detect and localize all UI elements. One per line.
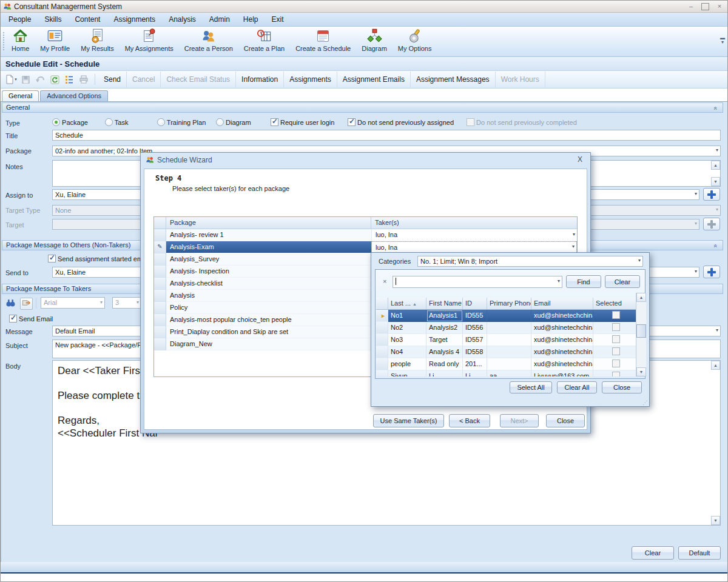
my-profile-button[interactable]: My Profile [38,27,72,53]
home-button[interactable]: Home [9,27,32,53]
grid-cell-id[interactable]: ID556 [463,322,487,334]
wizard-taker-editor[interactable]: luo, Ina ▾ [371,241,577,253]
categories-combo[interactable]: No. 1; Limit; Win 8; Import ▾ [417,256,643,267]
grid-cell-first[interactable]: Target [426,334,463,346]
column-header-takers[interactable]: Taker(s) [371,217,577,229]
general-group-header[interactable]: General « [2,102,723,113]
grid-cell-last[interactable]: No4 [388,346,426,358]
close-button[interactable]: × [715,2,724,10]
scroll-thumb[interactable] [636,324,646,338]
grid-cell-selected[interactable] [593,358,636,370]
grid-cell-selected[interactable] [593,322,636,334]
grid-cell-first-focused[interactable]: Analysis1 [426,310,463,322]
menu-assignments[interactable]: Assignments [107,13,162,26]
grid-cell-email[interactable]: xud@shinetechchina... [531,346,593,358]
default-button[interactable]: Default [678,546,721,560]
selected-checkbox[interactable] [612,360,620,367]
grid-cell-phone[interactable] [487,358,531,370]
tab-advanced-options[interactable]: Advanced Options [40,90,108,101]
grid-cell-phone[interactable] [487,322,531,334]
require-user-login-checkbox[interactable]: Require user login [271,118,334,126]
maximize-button[interactable] [701,3,709,10]
grid-cell-selected[interactable] [593,370,636,376]
information-button[interactable]: Information [236,72,284,87]
wizard-close-button[interactable]: X [576,155,584,164]
grid-cell-first[interactable]: Li [426,370,463,376]
body-scroll-up[interactable]: ▲ [711,361,720,370]
grid-cell-id[interactable]: 201... [463,358,487,370]
clear-filter-icon[interactable]: × [383,278,386,285]
grid-cell-phone[interactable] [487,310,531,322]
grid-cell-selected[interactable] [593,334,636,346]
dropdown-arrow-icon[interactable]: ▾ [695,189,697,198]
wizard-close-button-bottom[interactable]: Close [546,414,585,427]
picker-scrollbar[interactable]: ▲ ▼ [636,293,646,376]
radio-package[interactable]: Package [52,118,88,126]
send-email-checkbox[interactable]: Send Email [9,315,53,323]
refresh-button[interactable] [48,74,61,85]
notes-scroll-down[interactable]: ▼ [711,177,720,186]
column-selected[interactable]: Selected [593,298,636,310]
grid-cell-phone[interactable] [487,346,531,358]
menu-skills[interactable]: Skills [38,13,68,26]
menu-exit[interactable]: Exit [265,13,291,26]
dropdown-arrow-icon[interactable]: ▾ [638,256,641,265]
dropdown-arrow-icon[interactable]: ▾ [558,276,560,286]
clear-all-button[interactable]: Clear All [557,381,597,393]
menu-content[interactable]: Content [68,13,107,26]
grid-cell-first[interactable]: Analysis2 [426,322,463,334]
add-assignee-button[interactable] [703,188,720,201]
grid-cell-first[interactable]: Read only [426,358,463,370]
selected-checkbox[interactable] [612,323,620,331]
grid-cell-phone[interactable]: aa [487,370,531,376]
grid-cell-phone[interactable] [487,334,531,346]
scroll-down-arrow[interactable]: ▼ [636,367,646,376]
radio-training-plan[interactable]: Training Plan [157,118,206,126]
create-person-button[interactable]: Create a Person [182,27,235,53]
grid-cell-id[interactable]: ID555 [463,310,487,322]
dropdown-arrow-icon[interactable]: ▾ [572,241,575,252]
merge-field-button[interactable] [20,298,33,310]
title-input[interactable]: Schedule [52,130,721,141]
column-id[interactable]: ID [463,298,487,310]
radio-diagram[interactable]: Diagram [216,118,251,126]
grid-cell-last[interactable]: No1 [388,310,426,322]
grid-cell-id[interactable]: Li... [463,370,487,376]
wizard-row-package[interactable]: Analysis- review 1 [166,229,371,241]
grid-cell-id[interactable]: ID557 [463,334,487,346]
clear-button[interactable]: Clear [632,546,674,560]
search-combo[interactable]: ▾ [393,276,562,288]
selected-checkbox[interactable] [612,311,620,319]
find-text-button[interactable] [5,298,16,309]
tab-general[interactable]: General [2,90,39,101]
grid-cell-email[interactable]: xud@shinetechchina... [531,358,593,370]
find-button[interactable]: Find [566,275,601,288]
menu-admin[interactable]: Admin [203,13,237,26]
grid-cell-id[interactable]: ID558 [463,346,487,358]
column-primary-phone[interactable]: Primary Phone [487,298,531,310]
dropdown-arrow-icon[interactable]: ▾ [695,267,697,276]
body-scroll-down[interactable]: ▼ [711,516,720,525]
grid-cell-first[interactable]: Analysis 4 [426,346,463,358]
wizard-row-package-selected[interactable]: Analysis-Exam [166,241,371,253]
assignment-emails-button[interactable]: Assignment Emails [337,72,411,87]
assignments-button[interactable]: Assignments [284,72,337,87]
grid-cell-last[interactable]: people [388,358,426,370]
scroll-up-arrow[interactable]: ▲ [636,293,646,302]
create-schedule-button[interactable]: Create a Schedule [293,27,353,53]
details-list-button[interactable] [62,74,76,85]
grid-cell-selected[interactable] [593,346,636,358]
grid-cell-email[interactable]: xud@shinetechchina... [531,310,593,322]
minimize-button[interactable]: – [687,2,695,10]
picker-close-button[interactable]: Close [602,381,642,393]
menu-help[interactable]: Help [237,13,265,26]
send-button[interactable]: Send [98,72,127,87]
assignment-messages-button[interactable]: Assignment Messages [411,72,496,87]
wizard-title-bar[interactable]: Schedule Wizard X [141,153,590,167]
grid-cell-email[interactable]: xud@shinetechchina... [531,334,593,346]
my-assignments-button[interactable]: My Assignments [123,27,176,53]
my-results-button[interactable]: My Results [78,27,116,53]
selected-checkbox[interactable] [612,372,620,376]
notes-scroll-up[interactable]: ▲ [711,161,720,170]
grid-cell-last[interactable]: Siyun [388,370,426,376]
